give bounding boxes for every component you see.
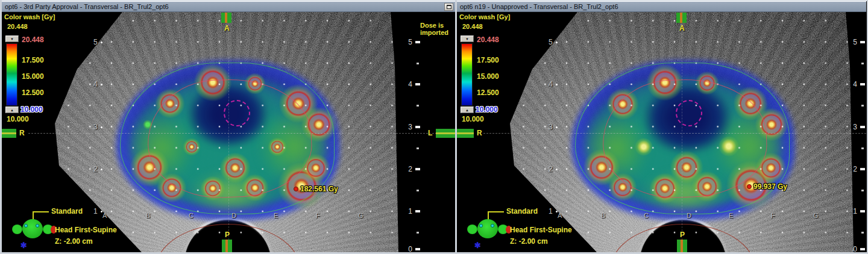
urethra-contour <box>676 100 702 126</box>
reference-star-icon: ✱ <box>474 241 481 250</box>
ultrasound-viewport[interactable]: Color wash [Gy] 20.448 ▼ 20.448 17.500 1… <box>2 12 455 252</box>
dose-annotation[interactable]: 182.561 Gy <box>294 185 338 193</box>
grid-column-label: G <box>358 212 363 219</box>
panel-titlebar[interactable]: opt6 n19 - Unapproved - Transversal - BR… <box>457 1 866 12</box>
anterior-marker-label: A <box>679 24 685 33</box>
legend-scale-tick: 17.500 <box>477 56 499 64</box>
standard-label: Standard <box>506 207 538 215</box>
grid-column-label: B <box>601 212 605 219</box>
grid-row-label: 2 <box>549 165 558 173</box>
legend-scale-bottom: 10.000 <box>20 105 43 114</box>
right-marker-label: R <box>19 129 25 137</box>
reference-star-icon: ✱ <box>20 241 27 250</box>
right-marker-label: R <box>477 129 482 137</box>
grid-column-label: F <box>771 212 775 219</box>
left-marker-label: L <box>428 129 432 137</box>
grid-column-label: E <box>274 212 278 219</box>
ultrasound-viewport[interactable]: Color wash [Gy] 20.448 ▼ 20.448 17.500 1… <box>457 12 866 252</box>
legend-scale-top: 20.448 <box>477 36 499 44</box>
restore-button[interactable] <box>444 3 453 11</box>
standard-leader-line <box>488 211 504 212</box>
grid-row-label: 3 <box>93 123 102 131</box>
grid-row-label: 4 <box>93 80 102 88</box>
window-frame-left <box>0 0 2 254</box>
grid-column-label: B <box>146 212 150 219</box>
legend-scale-tick: 15.000 <box>22 72 44 81</box>
legend-max-value: 20.448 <box>462 23 483 30</box>
legend-min-value: 10.000 <box>7 115 29 123</box>
viewport-panel-unapproved: opt6 n19 - Unapproved - Transversal - BR… <box>457 1 866 252</box>
dose-imported-notice: Dose isimported <box>420 22 455 36</box>
grid-row-label: 1 <box>93 207 102 215</box>
crosshair-vertical <box>682 12 682 252</box>
legend-scale-tick: 12.500 <box>22 88 44 97</box>
grid-column-label: D <box>231 212 236 219</box>
triangle-up-icon: ▲ <box>10 108 14 112</box>
legend-max-value: 20.448 <box>7 23 28 30</box>
grid-row-label: 5 <box>93 38 102 46</box>
crosshair-vertical <box>228 12 229 252</box>
grid-column-label: C <box>189 212 193 219</box>
standard-leader-line <box>33 211 49 212</box>
legend-header: Color wash [Gy] <box>459 13 510 20</box>
restore-icon <box>447 5 451 9</box>
posterior-marker-icon <box>222 240 232 252</box>
dose-point-marker <box>747 184 752 189</box>
dose-annotation-value: 182.561 Gy <box>300 185 338 193</box>
legend-scale-tick: 17.500 <box>22 56 44 64</box>
legend-max-stepper-button[interactable]: ▼ <box>5 36 19 42</box>
patient-position-label: Head First-Supine <box>510 226 572 234</box>
crosshair-horizontal <box>28 133 455 134</box>
anterior-marker-icon <box>221 13 231 23</box>
grid-row-label: 4 <box>549 80 558 88</box>
grid-column-label: F <box>316 212 320 219</box>
viewport-panel-approved: opt6 - 3rd Party Approval - Transversal … <box>2 1 455 252</box>
legend-min-stepper-button[interactable]: ▲ <box>5 107 19 113</box>
anterior-marker-label: A <box>224 24 230 33</box>
triangle-down-icon: ▼ <box>10 37 14 41</box>
panel-titlebar[interactable]: opt6 - 3rd Party Approval - Transversal … <box>2 1 455 12</box>
posterior-marker-label: P <box>680 231 685 239</box>
grid-row-label: 2 <box>93 165 102 173</box>
crosshair-horizontal <box>483 133 866 134</box>
legend-scale-top: 20.448 <box>22 36 44 44</box>
legend-scale-bottom: 10.000 <box>476 105 498 114</box>
grid-column-label: G <box>813 212 819 219</box>
vertical-ruler: 5 4 3 2 1 0 <box>841 12 865 252</box>
vertical-ruler: 5 4 3 2 1 0 <box>396 12 420 252</box>
treatment-planning-window: opt6 - 3rd Party Approval - Transversal … <box>0 0 868 254</box>
grid-column-label: D <box>687 212 691 219</box>
panel-title: opt6 n19 - Unapproved - Transversal - BR… <box>460 3 618 10</box>
legend-scale-tick: 15.000 <box>477 72 499 81</box>
patient-position-label: Head First-Supine <box>55 226 117 234</box>
grid-column-label: A <box>102 212 107 219</box>
grid-row-label: 1 <box>549 207 558 215</box>
window-frame-top <box>0 0 868 1</box>
colorwash-gradient-bar <box>461 43 473 106</box>
panel-title: opt6 - 3rd Party Approval - Transversal … <box>5 3 169 10</box>
posterior-marker-icon <box>677 240 687 252</box>
triangle-down-icon: ▼ <box>465 37 469 41</box>
standard-label: Standard <box>51 207 83 215</box>
grid-column-label: A <box>558 212 562 219</box>
viewport-divider <box>455 0 457 254</box>
legend-scale-tick: 12.500 <box>477 88 499 97</box>
left-marker-icon <box>436 129 455 138</box>
legend-max-stepper-button[interactable]: ▼ <box>461 36 474 42</box>
dose-point-marker <box>294 187 298 191</box>
legend-min-stepper-button[interactable]: ▲ <box>461 107 474 113</box>
dose-annotation[interactable]: 99.937 Gy <box>747 182 787 191</box>
colorwash-legend: Color wash [Gy] 20.448 ▼ 20.448 17.500 1… <box>2 12 69 126</box>
grid-row-label: 3 <box>549 123 558 131</box>
triangle-up-icon: ▲ <box>465 108 469 112</box>
colorwash-gradient-bar <box>6 43 17 106</box>
slice-z-label: Z: -2.00 cm <box>55 237 93 246</box>
legend-min-value: 10.000 <box>462 115 484 123</box>
colorwash-legend: Color wash [Gy] 20.448 ▼ 20.448 17.500 1… <box>457 12 524 126</box>
patient-orientation-icon <box>465 218 512 242</box>
anterior-marker-icon <box>676 13 687 23</box>
grid-column-label: C <box>644 212 649 219</box>
posterior-marker-label: P <box>225 231 230 239</box>
right-marker-icon <box>457 129 474 138</box>
urethra-contour <box>224 100 250 126</box>
